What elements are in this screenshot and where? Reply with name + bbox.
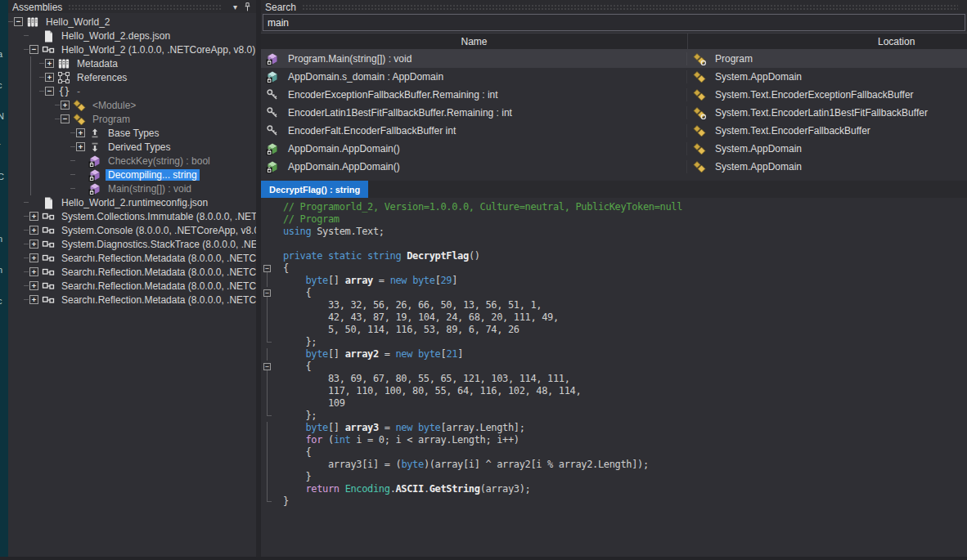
tree-item[interactable]: −{}- [8, 84, 256, 98]
expander-collapsed[interactable]: + [29, 240, 38, 249]
tree-item[interactable]: +Derived Types [8, 140, 256, 154]
search-result-row[interactable]: EncoderExceptionFallbackBuffer.Remaining… [261, 86, 967, 104]
tree-item[interactable]: Hello_World_2.runtimeconfig.json [8, 195, 256, 209]
tree-item[interactable]: CheckKey(string) : bool [8, 154, 256, 168]
tree-guide [8, 279, 24, 293]
code-line: 33, 32, 56, 26, 66, 50, 13, 56, 51, 1, [261, 299, 967, 311]
column-header-location[interactable]: Location [688, 34, 967, 49]
expander-collapsed[interactable]: + [76, 142, 85, 151]
expander-collapsed[interactable]: + [61, 101, 70, 110]
tree-guide [8, 98, 24, 112]
tree-item[interactable]: Main(string[]) : void [8, 181, 256, 195]
search-result-row[interactable]: AppDomain.s_domain : AppDomainSystem.App… [261, 68, 967, 86]
tree-item-label: - [74, 86, 83, 97]
class-icon [73, 113, 86, 126]
tree-guide [24, 181, 39, 195]
tree-guide [24, 112, 39, 126]
code-token: // Programorld_2, Version=1.0.0.0, Cultu… [283, 201, 682, 213]
file-icon [42, 196, 55, 209]
tree-item[interactable]: +Base Types [8, 126, 256, 140]
column-header-name[interactable]: Name [261, 34, 688, 49]
pin-icon[interactable] [242, 2, 253, 12]
code-editor[interactable]: // Programorld_2, Version=1.0.0.0, Cultu… [261, 198, 967, 560]
fold-gutter[interactable]: − [261, 361, 283, 373]
expander-expanded[interactable]: − [29, 45, 38, 54]
tree-item[interactable]: +System.Collections.Immutable (8.0.0.0, … [8, 209, 256, 223]
tree-item[interactable]: +Metadata [8, 56, 256, 70]
code-token: }; [283, 336, 317, 348]
tree-item[interactable]: +References [8, 70, 256, 84]
tree-item[interactable]: +System.Console (8.0.0.0, .NETCoreApp, v… [8, 223, 256, 237]
expander-collapsed[interactable]: + [29, 226, 38, 235]
code-line: byte[] array3 = new byte[array.Length]; [261, 422, 967, 434]
code-line: byte[] array2 = new byte[21] [261, 348, 967, 361]
expander-expanded[interactable]: − [45, 87, 54, 96]
fold-gutter[interactable]: − [261, 262, 283, 275]
tree-item[interactable]: +Searchı.Reflection.Metadata (8.0.0.0, .… [8, 293, 256, 307]
tree-item[interactable]: Hello_World_2.deps.json [8, 29, 256, 43]
fold-collapse-icon[interactable]: − [263, 363, 271, 370]
tree-guide [8, 154, 24, 168]
tree-item[interactable]: −Hello_World_2 [8, 15, 256, 29]
code-token: byte [306, 348, 329, 361]
tree-guide [8, 293, 24, 307]
search-result-row[interactable]: EncoderLatin1BestFitFallbackBuffer.Remai… [261, 104, 967, 122]
code-line: } [261, 471, 967, 483]
search-result-row[interactable]: AppDomain.AppDomain()System.AppDomain [261, 158, 967, 176]
fold-gutter [261, 422, 283, 434]
tree-item[interactable]: +Searchı.Reflection.Metadata (8.0.0.0, .… [8, 265, 256, 279]
search-result-row[interactable]: AppDomain.AppDomain()System.AppDomain [261, 140, 967, 158]
code-token: 117, 110, 100, 80, 55, 64, 116, 102, 48,… [283, 385, 581, 397]
tree-guide [8, 195, 24, 209]
tree-connector [24, 285, 29, 286]
code-token: DecryptFlag [407, 250, 469, 262]
code-token: } [283, 471, 311, 483]
method-private-icon [88, 182, 101, 195]
tree-item-label: Searchı.Reflection.Metadata (8.0.0.0, .N… [59, 253, 256, 264]
document-tab-active[interactable]: DecryptFlag() : string [261, 181, 368, 198]
tree-item[interactable]: +<Module> [8, 98, 256, 112]
search-panel-header: Search [261, 0, 967, 13]
tree-item[interactable]: +Searchı.Reflection.Metadata (8.0.0.0, .… [8, 251, 256, 265]
tree-item[interactable]: +System.Diagnostics.StackTrace (8.0.0.0,… [8, 237, 256, 251]
fold-collapse-icon[interactable]: − [263, 289, 271, 297]
expander-collapsed[interactable]: + [29, 281, 38, 290]
tree-item[interactable]: −Program [8, 112, 256, 126]
tree-item[interactable]: +Searchı.Reflection.Metadata (8.0.0.0, .… [8, 279, 256, 293]
expander-collapsed[interactable]: + [45, 73, 54, 82]
tree-connector [70, 132, 75, 133]
assemblies-panel-header: Assemblies ▾ [8, 0, 256, 13]
code-token [340, 483, 345, 495]
code-token: GetString [430, 483, 480, 495]
tree-connector [55, 105, 60, 105]
result-location: System.Text.EncoderLatin1BestFitFallback… [715, 107, 928, 119]
expander-expanded[interactable]: − [61, 114, 70, 123]
module-icon [42, 224, 55, 237]
tree-item[interactable]: Decompiling... string [8, 168, 256, 181]
search-result-row[interactable]: EncoderFalt.EncoderFallbackBuffer intSys… [261, 122, 967, 140]
class-icon [693, 124, 706, 137]
code-token: = [379, 422, 396, 434]
code-token: [array.Length]; [441, 422, 525, 434]
assemblies-tree: −Hello_World_2Hello_World_2.deps.json−He… [8, 13, 256, 560]
expander-collapsed[interactable]: + [76, 128, 85, 137]
search-result-row[interactable]: Program.Main(string[]) : voidProgram [261, 50, 967, 68]
expander-collapsed[interactable]: + [29, 267, 38, 276]
search-and-document-pane: Search Name Location Program.Main(string… [261, 0, 967, 560]
fold-gutter [261, 348, 283, 361]
expander-collapsed[interactable]: + [29, 295, 38, 304]
fold-collapse-icon[interactable]: − [263, 265, 271, 272]
search-input[interactable] [263, 14, 965, 31]
expander-collapsed[interactable]: + [29, 212, 38, 221]
module-icon [42, 266, 55, 279]
tree-item-label: Hello_World_2 [43, 16, 113, 28]
tree-item[interactable]: −Hello_World_2 (1.0.0.0, .NETCoreApp, v8… [8, 43, 256, 56]
expander-collapsed[interactable]: + [29, 253, 38, 262]
code-token: = [379, 348, 396, 361]
chevron-down-icon[interactable]: ▾ [233, 2, 237, 11]
expander-collapsed[interactable]: + [45, 59, 54, 68]
fold-gutter[interactable]: − [261, 287, 283, 299]
tree-item-label: Searchı.Reflection.Metadata (8.0.0.0, .N… [59, 280, 256, 292]
tree-guide [24, 126, 39, 140]
expander-expanded[interactable]: − [14, 17, 23, 26]
